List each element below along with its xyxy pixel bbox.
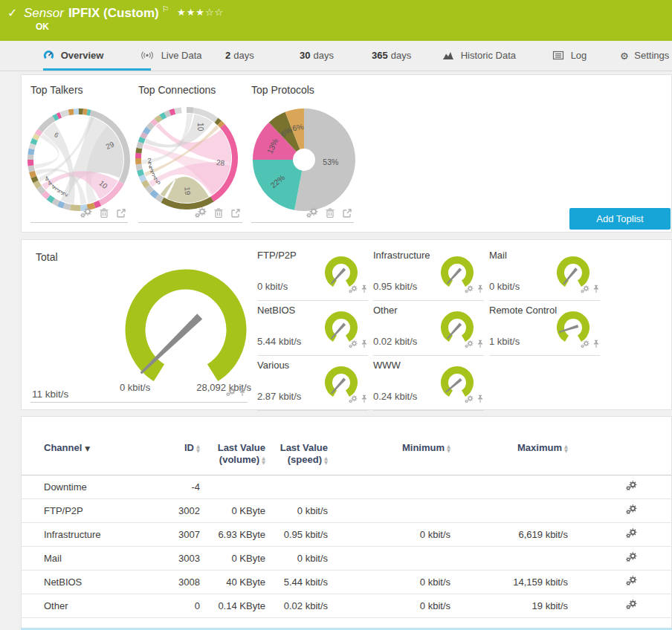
channel-label: Mail [489, 250, 507, 261]
tab-365-days[interactable]: 365days [372, 41, 411, 71]
table-row: FTP/P2P30020 KByte0 kbit/s [22, 499, 671, 523]
channel-value: 0.24 kbit/s [373, 391, 417, 402]
gauge-settings-icon[interactable] [465, 393, 474, 406]
column-header-last-value-speed[interactable]: Last Value (speed)▲▼ [265, 442, 328, 466]
external-link-icon[interactable] [116, 208, 126, 221]
sensor-type-label: Sensor [24, 6, 64, 20]
channel-settings-icon[interactable] [626, 577, 637, 588]
last-value-volume: 0 KByte [200, 499, 265, 522]
gauge-settings-icon[interactable] [581, 283, 589, 296]
column-header-minimum[interactable]: Minimum▲▼ [328, 442, 450, 466]
channel-value: 0.95 kbit/s [373, 281, 417, 292]
gauge-settings-icon[interactable] [349, 283, 358, 296]
toplist-top-connections: Top Connections 102819543322 [138, 84, 242, 223]
tab-2-days[interactable]: 2days [225, 41, 254, 71]
channel-label: Various [257, 360, 289, 371]
channel-label: Remote Control [489, 305, 557, 316]
minimum-value [328, 475, 450, 499]
add-toplist-button[interactable]: Add Toplist [569, 208, 671, 230]
pin-icon[interactable] [476, 338, 484, 351]
area-chart-icon [442, 42, 454, 72]
gauge-settings-icon[interactable] [465, 283, 474, 296]
gauge-icon [43, 42, 54, 72]
column-header-last-value-volume[interactable]: Last Value (volume)▲▼ [200, 442, 265, 466]
top-connections-chord-chart[interactable]: 102819543322 [135, 106, 239, 210]
channel-settings-icon[interactable] [626, 529, 637, 540]
last-value-volume: 0 KByte [200, 547, 265, 570]
svg-text:19: 19 [183, 186, 192, 195]
tab-overview[interactable]: Overview [43, 41, 151, 71]
last-value-speed [265, 475, 328, 499]
pin-icon[interactable] [592, 283, 600, 296]
last-value-speed: 0.95 kbit/s [265, 523, 328, 546]
svg-text:2: 2 [147, 157, 152, 164]
total-label: Total [36, 251, 58, 263]
pin-icon[interactable] [361, 393, 368, 406]
channel-id: 0 [155, 594, 200, 617]
channel-settings-cell [568, 547, 656, 570]
channel-name: Mail [44, 547, 155, 570]
flag-icon[interactable]: ⚐ [162, 4, 169, 14]
top-talkers-chord-chart[interactable]: 29102334446 [27, 108, 131, 212]
sensor-header: ✓ SensorIPFIX (Custom)⚐ ★★★☆☆ OK [0, 0, 672, 41]
channel-id: -4 [155, 475, 200, 499]
tab-30-days[interactable]: 30days [300, 41, 334, 71]
column-header-channel[interactable]: Channel▼ [44, 442, 155, 466]
channels-table-panel: Channel▼ ID▲▼ Last Value (volume)▲▼ Last… [21, 416, 672, 630]
pin-icon[interactable] [239, 386, 246, 400]
external-link-icon[interactable] [230, 208, 241, 221]
channel-gauge-block: Various2.87 kbit/s [257, 356, 368, 411]
priority-stars[interactable]: ★★★☆☆ [177, 7, 224, 18]
pin-icon[interactable] [361, 283, 368, 296]
channel-name: Other [44, 594, 155, 617]
gauge-settings-icon[interactable] [349, 338, 358, 351]
toplist-settings-icon[interactable] [80, 207, 92, 221]
external-link-icon[interactable] [342, 208, 352, 221]
table-row: Mail30030 KByte0 kbit/s [22, 547, 671, 571]
channel-gauge-block: Other0.02 kbit/s [373, 301, 484, 356]
channel-settings-icon[interactable] [626, 553, 637, 564]
tab-bar: Overview Live Data 2days 30days 365days … [0, 41, 672, 71]
gauge-settings-icon[interactable] [349, 393, 358, 406]
column-header-id[interactable]: ID▲▼ [155, 442, 200, 466]
channel-settings-icon[interactable] [626, 600, 637, 611]
pin-icon[interactable] [476, 393, 484, 406]
trash-icon[interactable] [99, 207, 109, 221]
trash-icon[interactable] [213, 207, 224, 221]
maximum-value: 19 kbit/s [450, 594, 568, 617]
ok-check-icon: ✓ [7, 6, 17, 20]
trash-icon[interactable] [325, 207, 335, 221]
channel-value: 1 kbit/s [489, 336, 520, 347]
tab-live-data[interactable]: Live Data [140, 41, 202, 71]
channel-value: 2.87 kbit/s [257, 391, 301, 402]
minimum-value: 0 kbit/s [328, 523, 450, 546]
channel-name: NetBIOS [44, 571, 155, 594]
table-row: Other00.14 KByte0.02 kbit/s0 kbit/s19 kb… [22, 594, 671, 618]
svg-text:10: 10 [196, 123, 204, 131]
last-value-speed: 0 kbit/s [265, 547, 328, 570]
top-protocols-donut-chart[interactable]: 53%22%13%6%6% [252, 108, 356, 212]
toplist-settings-icon[interactable] [195, 207, 207, 221]
channel-settings-icon[interactable] [626, 505, 637, 516]
table-body: Downtime-4 FTP/P2P30020 KByte0 kbit/s In… [22, 475, 671, 618]
tab-historic-data[interactable]: Historic Data [442, 41, 516, 71]
channel-label: Infrastructure [373, 250, 430, 261]
table-row: Downtime-4 [22, 475, 671, 499]
table-row: NetBIOS300840 KByte5.44 kbit/s0 kbit/s14… [22, 571, 671, 594]
tab-log[interactable]: Log [552, 41, 587, 71]
gauge-settings-icon[interactable] [226, 386, 236, 400]
channel-gauge-block: Remote Control1 kbit/s [489, 301, 600, 356]
channel-settings-icon[interactable] [626, 481, 637, 493]
pin-icon[interactable] [476, 283, 484, 296]
pin-icon[interactable] [361, 338, 368, 351]
gauge-settings-icon[interactable] [581, 338, 589, 351]
toplist-settings-icon[interactable] [306, 207, 318, 221]
column-header-maximum[interactable]: Maximum▲▼ [450, 442, 568, 466]
tab-settings[interactable]: ⚙ Settings [620, 41, 669, 71]
gauge-scale-min: 0 kbit/s [120, 382, 150, 393]
channel-id: 3008 [155, 571, 200, 594]
pin-icon[interactable] [592, 338, 600, 351]
channel-gauge-block: NetBIOS5.44 kbit/s [257, 301, 368, 356]
channel-label: NetBIOS [257, 305, 295, 316]
gauge-settings-icon[interactable] [465, 338, 474, 351]
